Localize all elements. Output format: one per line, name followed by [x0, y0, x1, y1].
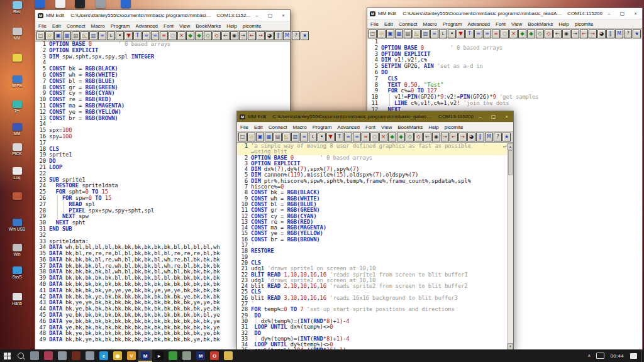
taskbar-app-monitor2[interactable]	[55, 349, 69, 362]
arrow-left-red-icon[interactable]: ←	[580, 30, 588, 38]
run-man-icon[interactable]: ★	[633, 30, 641, 38]
mmedit-m-icon[interactable]: M	[615, 30, 623, 38]
network-display-icon[interactable]	[596, 353, 604, 359]
menu-font[interactable]: Font	[496, 21, 506, 27]
desktop-icon[interactable]: Rec	[3, 1, 31, 14]
menu-help[interactable]: Help	[428, 124, 438, 130]
dark-sphere-icon[interactable]: ◕	[597, 30, 606, 38]
menu-connect[interactable]: Connect	[269, 124, 287, 130]
new-file-icon[interactable]: □	[238, 133, 247, 141]
taskbar-clock[interactable]: 00:44	[610, 353, 624, 359]
minimize-button[interactable]: –	[602, 8, 616, 19]
arrow-left-icon[interactable]: ←	[221, 31, 230, 40]
dark-sphere-icon[interactable]: ◕	[467, 133, 475, 141]
align-center-icon[interactable]: ≡	[344, 133, 352, 141]
titlebar[interactable]: M MM Edit C:\Users\stanley555\Documents\…	[35, 10, 290, 21]
arrow-right-red-icon[interactable]: →	[589, 30, 597, 38]
desktop-icon[interactable]: M Pa	[3, 75, 31, 88]
arrow-left-icon[interactable]: ←	[423, 133, 431, 141]
titlebar[interactable]: M MM Edit C:\Users\stanley555\Documents\…	[237, 111, 513, 122]
menu-edit[interactable]: Edit	[52, 23, 61, 29]
scroll-up-icon[interactable]: ▴	[508, 143, 513, 150]
delete-x-icon[interactable]: ×	[177, 31, 186, 40]
menu-view[interactable]: View	[179, 23, 190, 29]
desktop-shortcut-dark[interactable]	[75, 0, 85, 8]
help-icon[interactable]: ?	[624, 30, 632, 38]
menu-program[interactable]: Program	[443, 21, 462, 27]
taskbar-app-explorer[interactable]	[221, 349, 235, 362]
save-as-icon[interactable]: ▦	[265, 133, 273, 141]
menu-help[interactable]: Help	[558, 21, 569, 27]
menu-macro[interactable]: Macro	[292, 124, 306, 130]
code-line[interactable]: 28FOR temp%=0 TO 7 'set up start sprite …	[237, 307, 508, 312]
menu-picomite[interactable]: picomite	[575, 21, 594, 27]
save-file-icon[interactable]: ▣	[386, 30, 394, 38]
mmedit-m-icon[interactable]: M	[283, 31, 291, 40]
menu-advanced[interactable]: Advanced	[135, 23, 158, 29]
menu-edit[interactable]: Edit	[254, 124, 263, 130]
columns-icon[interactable]: ‖	[476, 133, 484, 141]
close-button[interactable]: ×	[277, 10, 290, 21]
indent-red-icon[interactable]: ≡	[362, 133, 370, 141]
menu-font[interactable]: Font	[164, 23, 174, 29]
sync-green2-icon[interactable]: ◆	[195, 31, 203, 40]
columns-icon[interactable]: ‖	[606, 30, 614, 38]
menu-picomite[interactable]: picomite	[445, 124, 464, 130]
edit-pencil-icon[interactable]: ◺	[80, 31, 89, 40]
comment-bubble-icon[interactable]: ○	[169, 31, 177, 40]
desktop-icon[interactable]: SysS	[3, 266, 31, 279]
menu-macro[interactable]: Macro	[91, 23, 104, 29]
align-right-icon[interactable]: ≡	[483, 30, 491, 38]
indent-red-icon[interactable]: ≡	[160, 31, 168, 40]
arrow-left-red-icon[interactable]: ←	[248, 31, 256, 40]
desktop-icon[interactable]: Win	[3, 244, 31, 256]
code-line[interactable]: 19	[237, 255, 508, 260]
sync-green2-icon[interactable]: ◆	[397, 133, 405, 141]
fill-red-icon[interactable]: ▼	[326, 133, 335, 141]
copy-icon[interactable]: ▧	[291, 133, 299, 141]
menu-connect[interactable]: Connect	[399, 21, 418, 27]
taskbar-app-edge[interactable]: e	[97, 349, 111, 362]
bullet-icon[interactable]: •	[318, 133, 326, 141]
sync-green-icon[interactable]: ◆	[186, 31, 194, 40]
edit-pencil-icon[interactable]: ◺	[282, 133, 291, 141]
open-file-icon[interactable]: ▱	[45, 31, 53, 40]
menu-macro[interactable]: Macro	[423, 21, 436, 27]
menu-file[interactable]: File	[370, 21, 379, 27]
titlebar[interactable]: M MM Edit C:\Users\stanley555\Documents\…	[367, 8, 642, 19]
show-desktop-button[interactable]	[641, 349, 644, 362]
menu-advanced[interactable]: Advanced	[467, 21, 490, 27]
code-line[interactable]: 5SETPIN GP26, AIN 'set as a-d in	[367, 63, 642, 70]
delete-x-icon[interactable]: ×	[509, 30, 518, 38]
line-numbers-icon[interactable]: ≡	[430, 30, 438, 38]
taskbar-app-green-chip[interactable]	[166, 349, 180, 362]
desktop-shortcut-sphere[interactable]	[35, 0, 45, 8]
bullet-icon[interactable]: •	[448, 30, 456, 38]
taskbar-app-mmedit2[interactable]: M	[194, 349, 208, 362]
taskbar-app-mmedit[interactable]: M	[138, 349, 152, 362]
line-feed-icon[interactable]: ʟ	[439, 30, 447, 38]
copy-icon[interactable]: ▧	[89, 31, 97, 40]
record-circle-icon[interactable]: ◉	[432, 133, 440, 141]
bubble-green-icon[interactable]: ◇	[204, 31, 212, 40]
bubble-red-icon[interactable]: ◇	[414, 133, 423, 141]
align-right-icon[interactable]: ≡	[151, 31, 159, 40]
close-button[interactable]: ×	[500, 111, 513, 122]
bubble-green-icon[interactable]: ◇	[536, 30, 544, 38]
sync-green-icon[interactable]: ◆	[388, 133, 396, 141]
desktop-icon[interactable]: MM	[3, 123, 31, 136]
open-file-icon[interactable]: ▱	[247, 133, 255, 141]
help-icon[interactable]: ?	[494, 133, 502, 141]
desktop-icon[interactable]: Win USB	[3, 219, 31, 231]
minimize-button[interactable]: –	[474, 111, 487, 122]
vertical-scrollbar[interactable]: ▴ ▾	[507, 143, 513, 350]
save-file-icon[interactable]: ▣	[54, 31, 62, 40]
line-feed-icon[interactable]: ʟ	[107, 31, 115, 40]
record-circle-icon[interactable]: ◉	[230, 31, 238, 40]
code-line[interactable]: 3DIM spw,spht,spx,spy,spl INTEGER	[35, 54, 290, 60]
taskbar-app-orange-doc[interactable]: V	[125, 349, 138, 362]
desktop-icon[interactable]: PICK	[3, 143, 31, 156]
taskbar-app-monitor3[interactable]	[83, 349, 97, 362]
desktop-shortcut-doc[interactable]	[55, 0, 65, 8]
print-icon[interactable]: ▤	[72, 31, 80, 40]
